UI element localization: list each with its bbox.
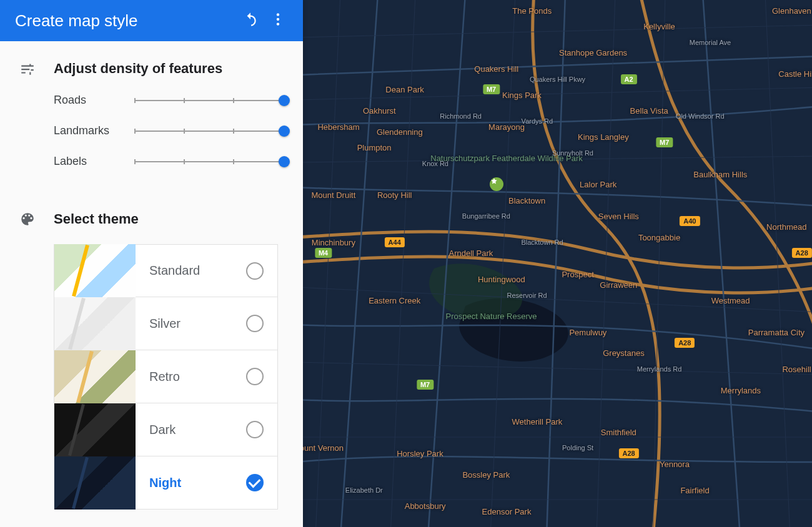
slider-row-landmarks: Landmarks [54, 124, 284, 137]
poi-marker [490, 177, 503, 191]
theme-thumbnail [54, 456, 136, 510]
theme-thumbnail [54, 297, 136, 350]
theme-option-dark[interactable]: Dark [54, 403, 278, 456]
theme-section: Select theme StandardSilverRetroDarkNigh… [0, 192, 303, 516]
theme-option-standard[interactable]: Standard [54, 244, 278, 297]
slider-row-roads: Roads [54, 94, 284, 107]
landmarks-slider[interactable] [135, 125, 284, 137]
sliders-icon [19, 60, 36, 77]
palette-icon [19, 210, 36, 228]
theme-radio [246, 368, 264, 385]
app-root: Create map style Adjust density of featu… [0, 0, 812, 527]
theme-option-night[interactable]: Night [54, 456, 278, 510]
theme-option-silver[interactable]: Silver [54, 297, 278, 350]
slider-row-labels: Labels [54, 155, 284, 168]
density-title: Adjust density of features [54, 61, 222, 77]
map-roads-svg [303, 0, 812, 527]
svg-point-2 [277, 22, 279, 25]
more-options-button[interactable] [264, 7, 292, 34]
style-panel: Create map style Adjust density of featu… [0, 0, 303, 527]
theme-label: Standard [136, 264, 246, 278]
roads-slider[interactable] [135, 94, 284, 107]
theme-label: Night [136, 476, 246, 490]
theme-radio [246, 474, 264, 491]
theme-thumbnail [54, 350, 136, 403]
slider-label: Landmarks [54, 124, 135, 137]
theme-radio [246, 421, 264, 438]
theme-title: Select theme [54, 211, 139, 227]
theme-radio [246, 315, 264, 332]
density-header: Adjust density of features [19, 60, 284, 77]
undo-button[interactable] [237, 7, 264, 34]
density-section: Adjust density of features RoadsLandmark… [0, 41, 303, 192]
appbar-title: Create map style [15, 11, 237, 31]
theme-option-retro[interactable]: Retro [54, 350, 278, 403]
svg-point-1 [277, 18, 279, 21]
theme-thumbnail [54, 403, 136, 456]
theme-thumbnail [54, 244, 136, 297]
svg-point-0 [277, 13, 279, 16]
undo-icon [242, 11, 259, 30]
theme-label: Dark [136, 423, 246, 437]
density-sliders: RoadsLandmarksLabels [19, 94, 284, 168]
slider-label: Roads [54, 94, 135, 107]
theme-list: StandardSilverRetroDarkNight [19, 244, 284, 510]
theme-label: Silver [136, 317, 246, 331]
map-canvas[interactable]: The PondsKellyvilleGlenhavenQuakers Hill… [303, 0, 812, 527]
labels-slider[interactable] [135, 155, 284, 168]
more-vert-icon [270, 11, 286, 30]
appbar: Create map style [0, 0, 303, 41]
theme-radio [246, 262, 264, 280]
theme-header: Select theme [19, 210, 284, 228]
slider-label: Labels [54, 155, 135, 168]
theme-label: Retro [136, 370, 246, 384]
